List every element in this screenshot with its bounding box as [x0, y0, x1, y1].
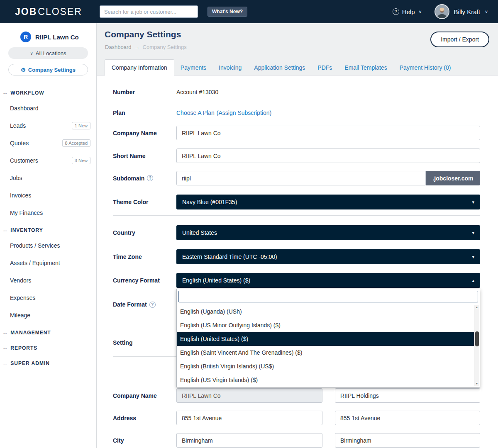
breadcrumb-arrow-icon: → — [134, 44, 140, 50]
timezone-row: Time Zone Eastern Standard Time (UTC -05… — [113, 249, 480, 264]
help-icon: ? — [393, 8, 399, 15]
sidebar-item-dashboard[interactable]: Dashboard — [0, 100, 96, 117]
tab-invoicing[interactable]: Invoicing — [212, 60, 248, 75]
avatar-image — [435, 5, 449, 18]
location2-address-input[interactable] — [335, 411, 480, 425]
currency-option-selected[interactable]: English (United States) ($) — [177, 332, 474, 346]
currency-options-list: English (Uganda) (USh) English (US Minor… — [177, 305, 474, 387]
account-number: Account #13030 — [176, 89, 218, 95]
sidebar-company: R RIIPL Lawn Co — [20, 32, 96, 42]
sidebar-item-leads[interactable]: Leads 1 New — [0, 117, 96, 134]
chevron-down-icon: ▾ — [472, 254, 474, 260]
logo-job: JOB — [15, 6, 37, 17]
sidebar-item-assets-equipment[interactable]: Assets / Equipment — [0, 254, 96, 272]
company-name-input[interactable] — [176, 126, 480, 140]
subdomain-row: Subdomain ? .jobcloser.com — [113, 171, 480, 185]
section-dash-icon: -- — [3, 361, 7, 366]
location-company-name-row: Company Name — [113, 388, 480, 403]
date-format-help-icon[interactable]: ? — [149, 302, 156, 308]
currency-option[interactable]: English (Uganda) (USh) — [177, 305, 474, 319]
date-format-label: Date Format ? — [113, 301, 176, 308]
subdomain-input[interactable] — [176, 171, 426, 185]
company-avatar: R — [20, 32, 31, 42]
company-settings-button[interactable]: ⚙ Company Settings — [8, 64, 88, 75]
tab-pdfs[interactable]: PDFs — [311, 60, 338, 75]
text-cursor — [182, 293, 182, 300]
sidebar-item-vendors[interactable]: Vendors — [0, 272, 96, 289]
currency-format-label: Currency Format — [113, 277, 176, 284]
section-dash-icon: -- — [3, 346, 7, 351]
topbar: JOBCLOSER What's New? ? Help ∨ Billy Kra… — [0, 0, 498, 23]
location1-city-input[interactable] — [176, 433, 322, 448]
whats-new-button[interactable]: What's New? — [208, 7, 247, 17]
currency-option[interactable]: English (Saint Vincent And The Grenadine… — [177, 346, 474, 360]
sidebar-item-quotes[interactable]: Quotes 8 Accepted — [0, 134, 96, 152]
sidebar-item-invoices[interactable]: Invoices — [0, 187, 96, 204]
scrollbar[interactable]: ▲ ▼ — [474, 305, 479, 386]
short-name-input[interactable] — [176, 149, 480, 163]
subdomain-help-icon[interactable]: ? — [147, 175, 153, 181]
sidebar-item-jobs[interactable]: Jobs — [0, 169, 96, 187]
currency-option[interactable]: English (British Virgin Islands) (US$) — [177, 360, 474, 373]
chevron-down-icon: ∨ — [30, 51, 33, 56]
help-label: Help — [402, 8, 415, 15]
location2-city-input[interactable] — [335, 433, 480, 448]
tab-payments[interactable]: Payments — [174, 60, 212, 75]
avatar[interactable] — [435, 4, 449, 19]
short-name-label: Short Name — [113, 153, 176, 159]
country-select[interactable]: United States ▾ — [176, 225, 480, 240]
chevron-up-icon: ▴ — [472, 278, 474, 283]
sidebar-section-super-admin[interactable]: -- SUPER ADMIN — [0, 360, 96, 366]
sidebar-item-customers[interactable]: Customers 3 New — [0, 152, 96, 169]
help-menu[interactable]: ? Help ∨ — [393, 8, 422, 15]
sidebar-item-mileage[interactable]: Mileage — [0, 307, 96, 324]
sidebar-section-management[interactable]: -- MANAGEMENT — [0, 330, 96, 336]
scroll-down-icon[interactable]: ▼ — [474, 381, 479, 386]
currency-format-select[interactable]: English (United States) ($) ▴ — [176, 273, 480, 288]
currency-option[interactable]: English (US Minor Outlying Islands) ($) — [177, 319, 474, 332]
sidebar-item-my-finances[interactable]: My Finances — [0, 204, 96, 222]
number-row: Number Account #13030 — [113, 86, 480, 98]
sidebar-section-workflow: -- WORKFLOW — [0, 90, 96, 96]
scroll-up-icon[interactable]: ▲ — [474, 305, 479, 310]
import-export-button[interactable]: Import / Export — [430, 32, 489, 47]
tab-payment-history[interactable]: Payment History (0) — [393, 60, 457, 75]
currency-search-wrap — [178, 291, 478, 302]
company-name-label: Company Name — [113, 130, 176, 136]
all-locations-dropdown[interactable]: ∨ All Locations — [8, 47, 88, 59]
section-dash-icon: -- — [3, 228, 7, 233]
inventory-nav: Products / Services Assets / Equipment V… — [0, 237, 96, 324]
subdomain-suffix: .jobcloser.com — [426, 171, 480, 185]
assign-subscription-link[interactable]: (Assign Subscription) — [217, 110, 271, 116]
chevron-down-icon: ▾ — [472, 200, 474, 205]
short-name-row: Short Name — [113, 149, 480, 163]
currency-search-input[interactable] — [178, 291, 478, 302]
sidebar-item-expenses[interactable]: Expenses — [0, 289, 96, 307]
setting-label: Setting — [113, 339, 176, 346]
page-title: Company Settings — [105, 29, 181, 39]
company-settings-label: Company Settings — [28, 67, 76, 73]
location-address-row: Address — [113, 411, 480, 425]
location1-address-input[interactable] — [176, 411, 322, 425]
choose-plan-link[interactable]: Choose A Plan — [176, 110, 215, 116]
section-dash-icon: -- — [3, 330, 7, 335]
theme-color-select[interactable]: Navy Blue (#001F35) ▾ — [176, 195, 480, 209]
user-menu[interactable]: Billy Kraft ∨ — [454, 8, 488, 15]
scrollbar-thumb[interactable] — [475, 331, 479, 346]
timezone-select[interactable]: Eastern Standard Time (UTC -05:00) ▾ — [176, 249, 480, 264]
tab-email-templates[interactable]: Email Templates — [338, 60, 393, 75]
location2-company-name-input[interactable] — [335, 388, 480, 403]
sidebar-section-reports[interactable]: -- REPORTS — [0, 345, 96, 351]
location-address-label: Address — [113, 415, 176, 421]
location-company-name-label: Company Name — [113, 392, 176, 399]
chevron-down-icon: ∨ — [485, 9, 488, 15]
tab-company-information[interactable]: Company Information — [105, 59, 174, 75]
currency-option[interactable]: English (US Virgin Islands) ($) — [177, 373, 474, 387]
currency-dropdown-panel: English (Uganda) (USh) English (US Minor… — [176, 289, 480, 387]
sidebar-item-products-services[interactable]: Products / Services — [0, 237, 96, 254]
breadcrumb-dashboard[interactable]: Dashboard — [105, 44, 132, 50]
section-dash-icon: -- — [3, 90, 7, 95]
tab-application-settings[interactable]: Application Settings — [248, 60, 311, 75]
global-search-input[interactable] — [100, 5, 198, 18]
page-header: Company Settings Dashboard→Company Setti… — [97, 23, 498, 75]
